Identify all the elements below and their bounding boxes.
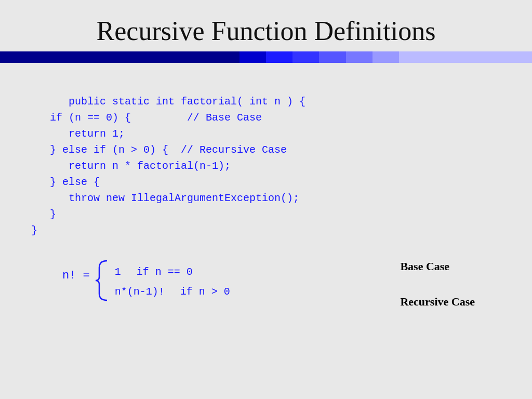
math-case-row-1: 1 if n == 0 [115,266,230,278]
code-line-9: } [31,224,37,236]
slide-title: Recursive Function Definitions [21,16,511,46]
code-line-5: return n * factorial(n-1); [31,160,231,172]
code-line-7: throw new IllegalArgumentException(); [31,192,299,204]
code-line-6: } else { [31,176,100,188]
annotation-base-case: Base Case [400,260,475,273]
slide: Recursive Function Definitions public st… [0,0,532,399]
code-line-8: } [31,208,56,220]
code-line-1: public static int factorial( int n ) { [69,96,305,108]
annotation-recursive-case: Recursive Case [400,295,475,309]
title-area: Recursive Function Definitions [0,0,532,51]
math-case2-cond: if n > 0 [180,286,230,298]
math-cases: 1 if n == 0 n*(n-1)! if n > 0 [115,260,230,301]
math-case1-expr: 1 [115,266,121,278]
code-line-3: return 1; [31,128,125,140]
annotations: Base Case Recursive Case [400,260,475,309]
code-line-2: if (n == 0) { // Base Case [31,112,262,124]
content-area: public static int factorial( int n ) { i… [0,72,532,307]
divider-bar [0,51,532,63]
math-lhs: n! = [62,260,90,282]
math-section: n! = 1 if n == 0 n*(n-1)! if n > 0 Base … [31,260,506,301]
math-case2-expr: n*(n-1)! [115,286,165,298]
math-case-row-2: n*(n-1)! if n > 0 [115,286,230,298]
math-case1-cond: if n == 0 [137,266,193,278]
code-line-4: } else if (n > 0) { // Recursive Case [31,144,287,156]
brace-icon [94,260,110,301]
code-block: public static int factorial( int n ) { i… [31,77,506,255]
brace-container [94,260,110,301]
